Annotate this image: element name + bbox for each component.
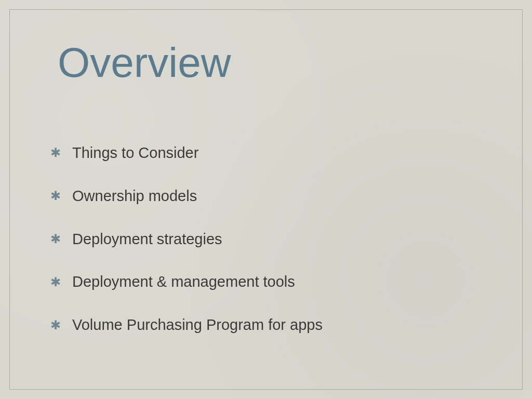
bullet-list: ✱ Things to Consider ✱ Ownership models … — [46, 144, 486, 334]
asterisk-icon: ✱ — [50, 234, 61, 244]
bullet-item: ✱ Things to Consider — [50, 144, 486, 162]
slide-frame: Overview ✱ Things to Consider ✱ Ownershi… — [9, 9, 523, 390]
bullet-text: Ownership models — [72, 187, 197, 205]
bullet-item: ✱ Deployment strategies — [50, 230, 486, 248]
bullet-item: ✱ Deployment & management tools — [50, 273, 486, 291]
asterisk-icon: ✱ — [50, 148, 61, 158]
bullet-text: Deployment & management tools — [72, 273, 295, 291]
asterisk-icon: ✱ — [50, 277, 61, 287]
bullet-text: Things to Consider — [72, 144, 198, 162]
bullet-text: Deployment strategies — [72, 230, 222, 248]
asterisk-icon: ✱ — [50, 191, 61, 201]
asterisk-icon: ✱ — [50, 320, 61, 330]
slide-title: Overview — [58, 39, 486, 87]
bullet-item: ✱ Volume Purchasing Program for apps — [50, 316, 486, 334]
bullet-item: ✱ Ownership models — [50, 187, 486, 205]
slide-content: Overview ✱ Things to Consider ✱ Ownershi… — [10, 10, 522, 380]
bullet-text: Volume Purchasing Program for apps — [72, 316, 323, 334]
